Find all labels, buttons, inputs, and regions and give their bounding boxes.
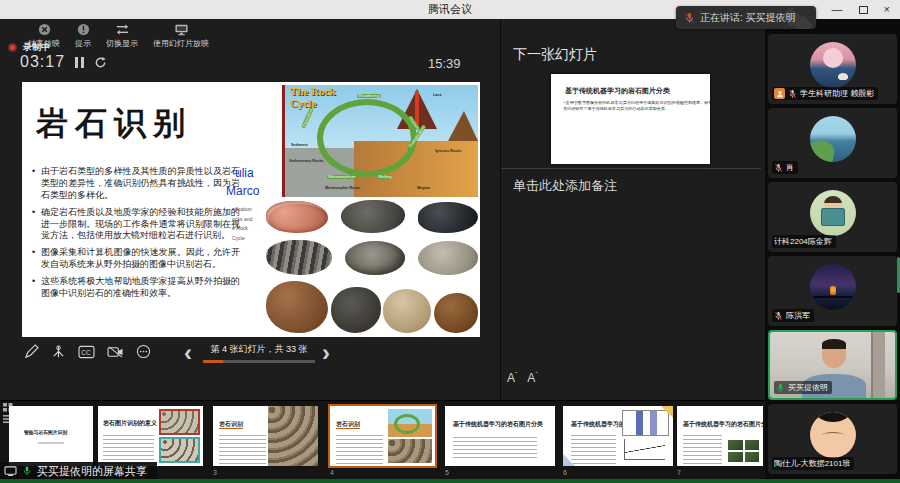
next-slide-panel: 下一张幻灯片 基于传统机器学习的岩石图片分类 • 应用于数字图像分析的机器学习算… xyxy=(500,19,763,400)
mic-muted-icon xyxy=(788,89,797,99)
participant-name: 肖 xyxy=(786,162,794,173)
notes-divider xyxy=(501,168,761,169)
participants-sidebar: 学生科研助理 赖殷彬 肖 计科2204陈金辉 xyxy=(765,19,900,483)
mountain-art xyxy=(448,111,478,141)
rock-photo xyxy=(266,240,332,275)
restart-timer-button[interactable] xyxy=(94,56,107,69)
more-tools-button[interactable] xyxy=(136,344,151,359)
avatar xyxy=(810,116,856,162)
next-slide-button[interactable]: › xyxy=(322,341,330,365)
participant-tile[interactable]: 肖 xyxy=(768,108,897,178)
camera-off-button[interactable] xyxy=(107,345,124,359)
thumbnail-number: 3 xyxy=(213,469,217,476)
author-text: Marco xyxy=(226,184,259,198)
share-border xyxy=(0,479,900,483)
laser-pointer-button[interactable] xyxy=(51,344,66,359)
thumbnail-slide-7[interactable]: 基于传统机器学习的岩石图片分类 xyxy=(677,406,763,466)
minimize-button[interactable]: — xyxy=(832,0,843,19)
maximize-button[interactable] xyxy=(859,6,868,14)
mic-icon xyxy=(684,12,695,24)
next-slide-header: 下一张幻灯片 xyxy=(513,46,597,64)
next-slide-preview: 基于传统机器学习的岩石图片分类 • 应用于数字图像分析的机器学习算法已经用于提高… xyxy=(551,74,710,164)
slide-bullet: 这些系统将极大地帮助地质学家提高从野外拍摄的图像中识别岩石的准确性和效率。 xyxy=(32,276,240,300)
subtitles-cc-button[interactable]: CC xyxy=(78,345,95,359)
caption-fragments: sification ocks and e Rock Cycle xyxy=(232,206,256,244)
participant-name: 学生科研助理 赖殷彬 xyxy=(800,88,874,99)
next-slide-title: 基于传统机器学习的岩石图片分类 xyxy=(565,86,702,96)
participant-tile-speaking[interactable]: 买买提依明 xyxy=(768,330,897,400)
role-icon xyxy=(774,88,785,99)
cycle-ring xyxy=(317,99,417,177)
rock-photo xyxy=(434,293,478,333)
avatar xyxy=(810,42,856,88)
mic-muted-icon xyxy=(774,163,783,173)
rock-photos xyxy=(266,200,478,333)
pause-timer-button[interactable] xyxy=(75,57,84,68)
end-show-icon xyxy=(38,23,51,36)
notes-placeholder[interactable]: 单击此处添加备注 xyxy=(513,177,617,195)
notes-font-increase-button[interactable]: Aˆ xyxy=(507,371,517,385)
slide-title: 岩石识别 xyxy=(36,102,192,146)
pen-tool-button[interactable] xyxy=(24,344,39,359)
participant-tile[interactable]: 学生科研助理 赖殷彬 xyxy=(768,34,897,104)
rock-photo xyxy=(331,287,381,333)
record-dot-icon xyxy=(8,43,17,52)
participant-name: 陈洪军 xyxy=(786,310,810,321)
avatar xyxy=(810,190,856,236)
rock-photo xyxy=(266,201,328,233)
slide-bullet-list: 由于岩石类型的多样性及其性质的异质性以及岩石类型的差异性，准确识别仍然具有挑战性… xyxy=(32,166,240,305)
speaking-indicator: 正在讲话: 买买提依明 xyxy=(676,6,816,29)
thumbnail-slide-5[interactable]: 基于传统机器学习的岩石图片分类 xyxy=(445,406,555,466)
share-banner-text: 买买提依明的屏幕共享 xyxy=(37,464,147,479)
switch-display-button[interactable]: 切换显示 xyxy=(106,23,138,49)
switch-display-icon xyxy=(115,23,130,36)
thumbnail-number: 6 xyxy=(563,469,567,476)
mic-muted-icon xyxy=(774,311,783,321)
participant-name: 买买提依明 xyxy=(788,382,828,393)
participant-tile[interactable]: 陈洪军 xyxy=(768,256,897,326)
thumbnail-number: 4 xyxy=(330,469,334,476)
slideshow-icon xyxy=(174,23,189,36)
use-slideshow-button[interactable]: 使用幻灯片放映 xyxy=(153,23,209,49)
tips-button[interactable]: 提示 xyxy=(75,23,91,49)
participant-tile[interactable]: 计科2204陈金辉 xyxy=(768,182,897,252)
svg-text:CC: CC xyxy=(81,348,91,355)
author-text: ulia xyxy=(235,166,254,180)
slide-bullet: 确定岩石性质以及地质学家的经验和技能所施加的进一步限制。现场的工作条件通常将识别… xyxy=(32,207,240,243)
slide-counter: 第 4 张幻灯片，共 33 张 xyxy=(203,343,315,363)
mic-active-icon xyxy=(22,465,32,477)
rock-photo xyxy=(345,241,405,275)
wall-clock: 15:39 xyxy=(428,56,461,71)
thumbnail-slide-6[interactable]: 基于传统机器学习的岩石图片分类 xyxy=(563,406,673,466)
rock-photo xyxy=(383,289,431,333)
participant-name: 陶仕儿-大数据2101班 xyxy=(774,458,850,469)
thumbnail-slide-2[interactable]: 岩石图片识别的意义 xyxy=(98,406,203,466)
mic-active-icon xyxy=(776,383,785,393)
slide-bullet: 图像采集和计算机图像的快速发展。因此，允许开发自动系统来从野外拍摄的图像中识别岩… xyxy=(32,247,240,271)
window-title: 腾讯会议 xyxy=(428,2,472,17)
thumbnail-slide-3[interactable]: 岩石识别 xyxy=(213,406,318,466)
rock-cycle-image: The Rock Cycle Weathering Erosion Crysta… xyxy=(282,85,478,197)
next-slide-body: • 应用于数字图像分析的机器学习算法已经用于提高岩石识别的准确性和速度。研究人员… xyxy=(563,100,710,111)
slide-progress-bar xyxy=(203,360,315,363)
tips-icon xyxy=(77,23,90,36)
close-button[interactable]: × xyxy=(884,0,890,19)
rock-photo xyxy=(266,281,328,333)
avatar xyxy=(810,412,856,458)
previous-slide-button[interactable]: ‹ xyxy=(184,341,192,365)
participant-tile[interactable]: 陶仕儿-大数据2101班 xyxy=(768,404,897,474)
tencent-meeting-window: 腾讯会议 — × 正在讲话: 买买提依明 结束放映 xyxy=(0,0,900,483)
slide-timer: 03:17 xyxy=(20,53,65,71)
thumbnail-slide-4-selected[interactable]: 岩石识别 xyxy=(330,406,435,466)
rock-photo xyxy=(418,241,478,275)
screen-share-banner: 买买提依明的屏幕共享 xyxy=(0,462,157,480)
slide-bullet: 由于岩石类型的多样性及其性质的异质性以及岩石类型的差异性，准确识别仍然具有挑战性… xyxy=(32,166,240,202)
notes-font-decrease-button[interactable]: Aˇ xyxy=(527,371,537,385)
lava-art xyxy=(415,91,419,125)
cycle-title: The Rock Cycle xyxy=(290,86,336,109)
participant-name: 计科2204陈金辉 xyxy=(774,236,832,247)
thumbnail-slide-1[interactable]: 智能与岩石图片识别 xyxy=(9,406,93,466)
screen-share-icon xyxy=(4,466,17,477)
thumbnail-number: 7 xyxy=(677,469,681,476)
avatar xyxy=(810,264,856,310)
